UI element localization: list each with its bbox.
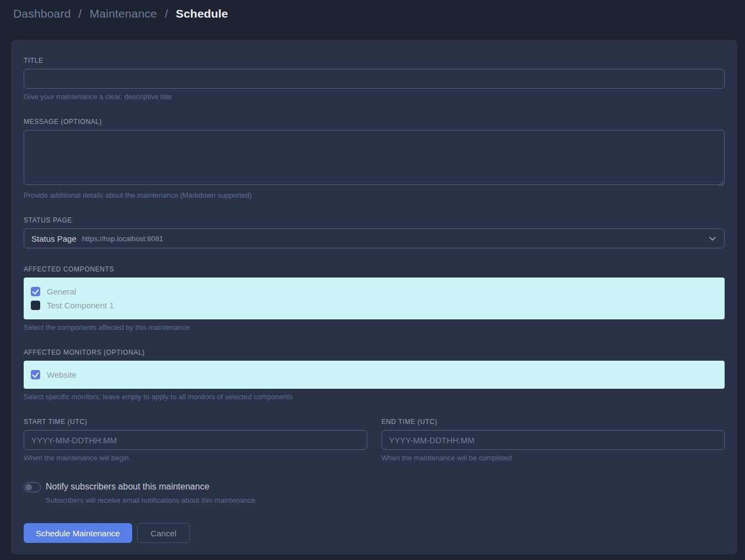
form-actions: Schedule Maintenance Cancel (24, 523, 725, 543)
message-field-group: Message (optional) Provide additional de… (24, 118, 725, 199)
start-time-field-group: Start Time (UTC) When the maintenance wi… (24, 418, 367, 462)
component-option-general[interactable]: General (31, 285, 717, 298)
notify-subscribers-toggle[interactable] (24, 482, 41, 492)
start-time-helper-text: When the maintenance will begin (24, 454, 367, 462)
component-test-1-checkbox[interactable] (31, 301, 40, 310)
affected-monitors-label: Affected Monitors (optional) (24, 349, 725, 356)
breadcrumb-separator: / (165, 7, 168, 20)
affected-components-label: Affected Components (24, 265, 725, 273)
cancel-button[interactable]: Cancel (137, 523, 191, 543)
toggle-knob (25, 484, 32, 491)
status-page-select[interactable]: Status Page https://hsp.localhost:8081 (24, 229, 725, 248)
affected-monitors-helper-text: Select specific monitors; leave empty to… (24, 393, 725, 401)
time-fields-row: Start Time (UTC) When the maintenance wi… (24, 418, 725, 462)
status-page-label: Status Page (24, 216, 725, 224)
component-general-label[interactable]: General (47, 287, 76, 296)
title-field-group: Title Give your maintenance a clear, des… (24, 57, 725, 101)
message-label: Message (optional) (24, 118, 725, 126)
status-page-selected-url: https://hsp.localhost:8081 (82, 235, 163, 243)
component-option-test-component-1[interactable]: Test Component 1 (31, 298, 717, 312)
message-textarea[interactable] (24, 130, 725, 185)
notify-subscribers-label[interactable]: Notify subscribers about this maintenanc… (46, 482, 255, 492)
title-helper-text: Give your maintenance a clear, descripti… (24, 93, 725, 101)
component-test-1-label[interactable]: Test Component 1 (47, 301, 114, 310)
top-bar: Dashboard / Maintenance / Schedule (0, 0, 745, 28)
breadcrumb-separator: / (79, 7, 82, 20)
affected-components-helper-text: Select the components affected by this m… (24, 323, 725, 331)
notify-subscribers-helper-text: Subscribers will receive email notificat… (46, 496, 255, 504)
schedule-maintenance-button[interactable]: Schedule Maintenance (24, 523, 132, 543)
affected-monitors-panel: Website (24, 361, 725, 389)
breadcrumb-maintenance[interactable]: Maintenance (90, 7, 157, 20)
end-time-input[interactable] (382, 430, 725, 450)
title-input[interactable] (24, 69, 725, 89)
status-page-field-group: Status Page Status Page https://hsp.loca… (24, 216, 725, 248)
end-time-field-group: End Time (UTC) When the maintenance will… (382, 418, 725, 462)
monitor-option-website[interactable]: Website (31, 368, 717, 382)
affected-components-panel: General Test Component 1 (24, 278, 725, 319)
title-label: Title (24, 57, 725, 64)
breadcrumb-current-schedule: Schedule (176, 7, 228, 20)
end-time-helper-text: When the maintenance will be completed (382, 454, 725, 462)
start-time-input[interactable] (24, 430, 367, 450)
affected-monitors-field-group: Affected Monitors (optional) Website Sel… (24, 349, 725, 401)
notify-subscribers-row: Notify subscribers about this maintenanc… (24, 482, 725, 504)
end-time-label: End Time (UTC) (382, 418, 725, 426)
monitor-website-label[interactable]: Website (47, 370, 77, 379)
message-helper-text: Provide additional details about the mai… (24, 191, 725, 199)
status-page-selected-name: Status Page (31, 234, 77, 243)
schedule-maintenance-form-card: Title Give your maintenance a clear, des… (11, 40, 737, 554)
chevron-down-icon (709, 235, 716, 242)
breadcrumb: Dashboard / Maintenance / Schedule (13, 7, 732, 20)
affected-components-field-group: Affected Components General Test Compone… (24, 265, 725, 331)
monitor-website-checkbox[interactable] (31, 370, 40, 379)
breadcrumb-dashboard[interactable]: Dashboard (13, 7, 71, 20)
component-general-checkbox[interactable] (31, 287, 40, 296)
start-time-label: Start Time (UTC) (24, 418, 367, 426)
